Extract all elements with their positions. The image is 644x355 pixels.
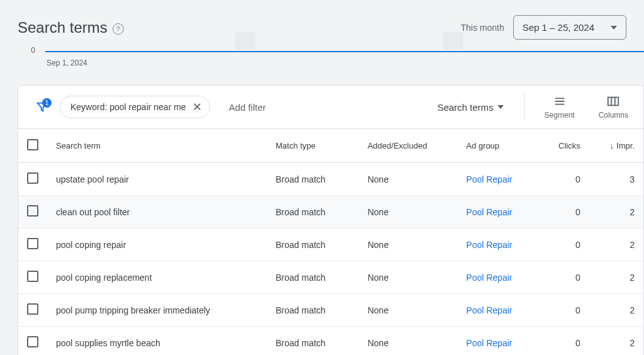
- date-range-text: Sep 1 – 25, 2024: [523, 22, 594, 33]
- cell-match-type: Broad match: [267, 196, 358, 228]
- segment-icon: [553, 94, 567, 108]
- chevron-down-icon: [611, 26, 617, 30]
- header: Search terms ? This month Sep 1 – 25, 20…: [0, 0, 644, 50]
- cell-search-term: clean out pool filter: [47, 196, 267, 228]
- cell-added-excluded: None: [358, 261, 457, 294]
- cell-clicks: 0: [539, 261, 589, 294]
- col-checkbox: [18, 129, 47, 163]
- cell-search-term: pool coping repair: [47, 228, 267, 261]
- cell-impr: 2: [589, 228, 643, 261]
- cell-clicks: 0: [539, 196, 589, 228]
- columns-label: Columns: [599, 111, 628, 120]
- chart-line: [45, 51, 644, 52]
- col-ad-group[interactable]: Ad group: [457, 129, 538, 163]
- cell-added-excluded: None: [358, 163, 457, 196]
- filter-chip-label: Keyword: pool repair near me: [70, 102, 186, 112]
- table-row: pool supplies myrtle beachBroad matchNon…: [18, 327, 643, 356]
- cell-impr: 3: [589, 163, 643, 196]
- chart-y-tick: 0: [31, 46, 35, 55]
- cell-match-type: Broad match: [267, 163, 358, 196]
- svg-rect-0: [608, 98, 619, 106]
- view-dropdown[interactable]: Search terms: [430, 97, 511, 118]
- cell-match-type: Broad match: [267, 228, 358, 261]
- ad-group-link[interactable]: Pool Repair: [466, 338, 512, 348]
- cell-impr: 2: [589, 196, 643, 228]
- close-icon[interactable]: ✕: [192, 101, 202, 113]
- row-checkbox[interactable]: [27, 303, 38, 315]
- help-icon[interactable]: ?: [113, 23, 124, 35]
- arrow-down-icon: ↓: [610, 141, 614, 150]
- cell-clicks: 0: [539, 228, 589, 261]
- ad-group-link[interactable]: Pool Repair: [466, 240, 512, 250]
- view-dropdown-label: Search terms: [437, 102, 493, 113]
- results-card: 1 Keyword: pool repair near me ✕ Add fil…: [18, 85, 644, 355]
- ad-group-link[interactable]: Pool Repair: [466, 273, 512, 283]
- chart-x-tick: Sep 1, 2024: [47, 59, 87, 67]
- table-row: pool coping repairBroad matchNonePool Re…: [18, 228, 643, 261]
- row-checkbox[interactable]: [27, 238, 38, 249]
- chart-bar-placeholder: [443, 32, 463, 50]
- cell-impr: 2: [589, 327, 643, 356]
- cell-clicks: 0: [539, 163, 589, 196]
- cell-search-term: pool pump tripping breaker immediately: [47, 294, 267, 327]
- ad-group-link[interactable]: Pool Repair: [466, 207, 512, 217]
- col-match-type[interactable]: Match type: [267, 129, 358, 163]
- toolbar: 1 Keyword: pool repair near me ✕ Add fil…: [18, 86, 643, 128]
- col-clicks[interactable]: Clicks: [539, 129, 589, 163]
- row-checkbox[interactable]: [27, 336, 38, 347]
- cell-clicks: 0: [539, 327, 589, 356]
- cell-search-term: pool coping replacement: [47, 261, 267, 294]
- cell-search-term: upstate pool repair: [47, 163, 267, 196]
- ad-group-link[interactable]: Pool Repair: [466, 305, 512, 315]
- cell-added-excluded: None: [358, 294, 457, 327]
- cell-clicks: 0: [539, 294, 589, 327]
- chart-area: 0 Sep 1, 2024: [0, 50, 644, 80]
- columns-button[interactable]: Columns: [591, 93, 636, 121]
- row-checkbox[interactable]: [27, 172, 38, 184]
- cell-added-excluded: None: [358, 327, 457, 356]
- row-checkbox[interactable]: [27, 271, 38, 282]
- filter-chip-keyword[interactable]: Keyword: pool repair near me ✕: [60, 96, 210, 118]
- cell-impr: 2: [589, 261, 643, 294]
- cell-search-term: pool supplies myrtle beach: [47, 327, 267, 356]
- cell-added-excluded: None: [358, 196, 457, 228]
- table-row: pool pump tripping breaker immediatelyBr…: [18, 294, 643, 327]
- chevron-down-icon: [497, 105, 504, 109]
- date-range-picker[interactable]: Sep 1 – 25, 2024: [513, 15, 626, 40]
- filter-funnel-button[interactable]: 1: [26, 100, 51, 114]
- cell-added-excluded: None: [358, 228, 457, 261]
- search-terms-table: Search term Match type Added/Excluded Ad…: [18, 128, 643, 355]
- cell-impr: 2: [589, 294, 643, 327]
- col-added-excluded[interactable]: Added/Excluded: [358, 129, 457, 163]
- table-row: upstate pool repairBroad matchNonePool R…: [18, 163, 643, 196]
- col-search-term[interactable]: Search term: [47, 129, 267, 163]
- divider: [524, 94, 525, 120]
- table-row: clean out pool filterBroad matchNonePool…: [18, 196, 643, 228]
- page-title: Search terms: [18, 19, 108, 37]
- segment-button[interactable]: Segment: [537, 93, 582, 121]
- cell-match-type: Broad match: [267, 327, 358, 356]
- table-row: pool coping replacementBroad matchNonePo…: [18, 261, 643, 294]
- cell-match-type: Broad match: [267, 261, 358, 294]
- select-all-checkbox[interactable]: [27, 139, 38, 150]
- add-filter-button[interactable]: Add filter: [219, 97, 276, 118]
- segment-label: Segment: [545, 111, 575, 120]
- columns-icon: [606, 94, 620, 108]
- col-impr[interactable]: ↓Impr.: [589, 129, 643, 163]
- cell-match-type: Broad match: [267, 294, 358, 327]
- ad-group-link[interactable]: Pool Repair: [466, 174, 512, 184]
- period-label: This month: [460, 23, 504, 33]
- row-checkbox[interactable]: [27, 205, 38, 217]
- filter-count-badge: 1: [42, 98, 52, 108]
- chart-bar-placeholder: [235, 32, 255, 50]
